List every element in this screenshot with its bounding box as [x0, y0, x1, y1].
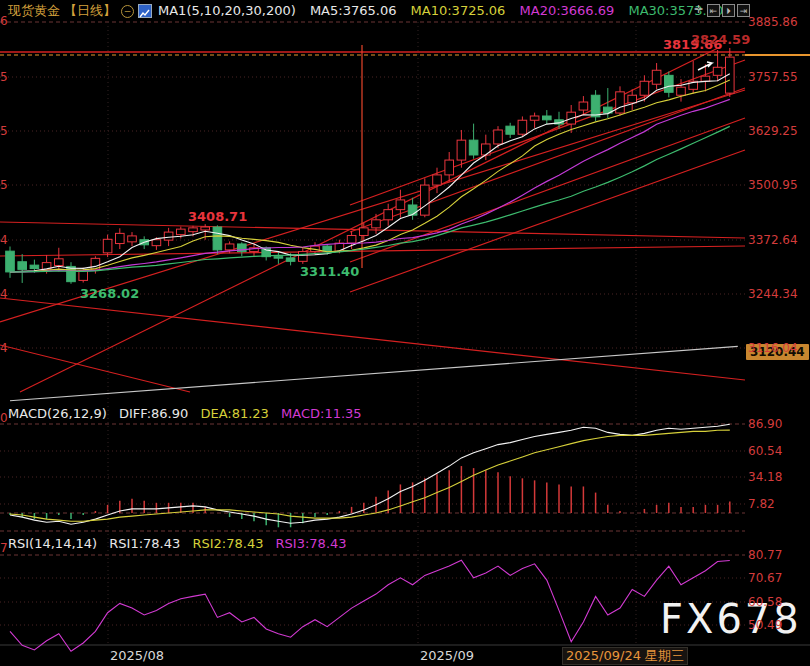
macd-axis-label: 86.90: [748, 417, 782, 431]
price-annotation: 3268.02: [80, 286, 139, 301]
rsi-axis-label: 70.67: [748, 571, 782, 585]
price-axis-label: 3372.64: [748, 233, 798, 247]
candle: [408, 205, 417, 215]
macd-value: MACD:11.35: [281, 406, 362, 421]
candle: [579, 102, 588, 110]
date-axis-label: 2025/08: [110, 648, 164, 663]
trend-line: [350, 60, 745, 205]
period-label: 【日线】: [64, 3, 116, 18]
macd-axis-label: 7.82: [748, 497, 775, 511]
chart-toolbar: ✛⇤⏵⇥: [692, 4, 750, 17]
rsi2-value: RSI2:78.43: [192, 536, 263, 551]
price-axis-label: 3116.04: [748, 341, 798, 355]
chart-header: 现货黄金【日线】: [8, 0, 126, 22]
ma-group-label: MA1(5,10,20,30,200): [158, 3, 296, 18]
ma30-line: [10, 126, 730, 272]
macd-axis-label: 34.18: [748, 470, 782, 484]
selected-date-label: 2025/09/24 星期三: [562, 647, 688, 665]
candle: [396, 200, 405, 210]
price-axis-label: 3629.25: [748, 124, 798, 138]
rsi-axis-label: 80.77: [748, 548, 782, 562]
candle: [543, 116, 552, 120]
pan-icon[interactable]: ✛: [692, 4, 705, 17]
clipped-axis-digit: 5: [0, 124, 8, 138]
price-axis-label: 3757.55: [748, 70, 798, 84]
candle: [482, 144, 491, 155]
candle: [18, 262, 27, 270]
collapse-icon[interactable]: −: [121, 5, 134, 18]
trading-chart-app: 现货黄金【日线】 − MA1(5,10,20,30,200) MA5:3765.…: [0, 0, 810, 666]
candle: [128, 236, 137, 242]
price-axis-label: 3885.86: [748, 15, 798, 29]
ma20-value: MA20:3666.69: [520, 3, 615, 18]
dea-value: DEA:81.23: [200, 406, 269, 421]
scroll-right-icon[interactable]: ⏵: [722, 4, 735, 17]
candle: [274, 257, 283, 259]
trend-line: [0, 298, 745, 380]
candle: [189, 228, 198, 232]
price-annotation: 3824.59: [691, 32, 750, 47]
rsi-name: RSI(14,14,14): [8, 536, 97, 551]
candle: [372, 220, 381, 228]
candle: [323, 246, 332, 251]
candle: [152, 240, 161, 246]
clipped-axis-digit: 5: [0, 178, 8, 192]
candle: [79, 271, 88, 281]
diff-value: DIFF:86.90: [119, 406, 188, 421]
candle: [213, 227, 222, 250]
candle: [469, 140, 478, 155]
candle: [55, 259, 64, 266]
chart-canvas[interactable]: [0, 0, 810, 666]
ma200-line: [10, 346, 738, 400]
scroll-left-icon[interactable]: ⇤: [707, 4, 720, 17]
candle: [201, 227, 210, 230]
rsi-axis-label: 60.58: [748, 595, 782, 609]
candle: [177, 229, 186, 235]
candle: [640, 81, 649, 95]
price-axis-label: 3500.95: [748, 178, 798, 192]
candle: [30, 265, 39, 268]
candle: [103, 239, 112, 253]
clipped-axis-digit: 6: [0, 14, 8, 28]
candle: [116, 233, 125, 243]
candle: [225, 244, 234, 250]
trend-line: [0, 345, 190, 392]
trend-line: [350, 150, 745, 292]
ma10-value: MA10:3725.06: [411, 3, 506, 18]
trend-line: [20, 47, 720, 392]
candle: [360, 228, 369, 236]
mini-line-chart-icon: [139, 8, 151, 20]
price-axis-label: 3244.34: [748, 287, 798, 301]
clipped-axis-digit: 0: [0, 411, 8, 425]
clipped-axis-digit: 4: [0, 341, 8, 355]
date-axis-label: 2025/09: [420, 648, 474, 663]
candle: [286, 258, 295, 261]
candle: [677, 87, 686, 95]
diff-line: [10, 424, 730, 524]
clipped-axis-digit: 4: [0, 287, 8, 301]
price-annotation: 3408.71: [188, 209, 247, 224]
candle: [530, 116, 539, 120]
candle: [433, 175, 442, 185]
candle: [421, 185, 430, 215]
candle: [299, 252, 308, 262]
macd-name: MACD(26,12,9): [8, 406, 107, 421]
candle: [652, 70, 661, 84]
rsi3-value: RSI3:78.43: [276, 536, 347, 551]
macd-header: MACD(26,12,9) DIFF:86.90 DEA:81.23 MACD:…: [8, 406, 370, 421]
candle: [665, 75, 674, 92]
price-annotation: 3311.40: [300, 264, 359, 279]
clipped-axis-digit: 5: [0, 70, 8, 84]
candle: [164, 232, 173, 240]
candle: [628, 95, 637, 103]
candle: [616, 92, 625, 113]
candle: [713, 67, 722, 75]
candle: [506, 126, 515, 134]
rsi-axis-label: 50.49: [748, 618, 782, 632]
candle: [347, 235, 356, 243]
chart-type-icon[interactable]: [138, 4, 152, 18]
symbol-title: 现货黄金: [8, 3, 60, 18]
rsi-header: RSI(14,14,14) RSI1:78.43 RSI2:78.43 RSI3…: [8, 536, 355, 551]
clipped-axis-digit: 7: [0, 541, 8, 555]
candle: [494, 130, 503, 144]
